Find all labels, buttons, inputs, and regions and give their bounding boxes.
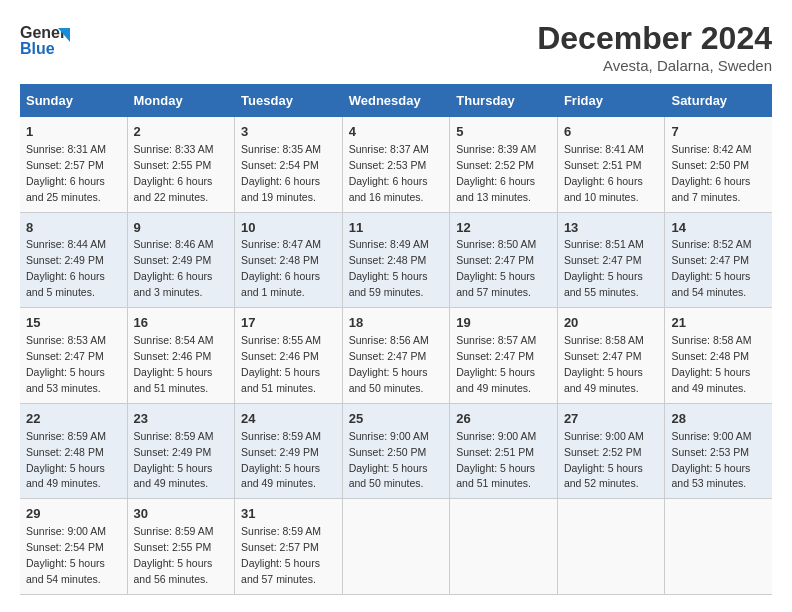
day-number: 18: [349, 314, 444, 333]
calendar-cell: 26Sunrise: 9:00 AM Sunset: 2:51 PM Dayli…: [450, 403, 558, 499]
day-number: 19: [456, 314, 551, 333]
column-header-monday: Monday: [127, 85, 235, 117]
day-info: Sunrise: 8:44 AM Sunset: 2:49 PM Dayligh…: [26, 238, 106, 298]
column-header-friday: Friday: [557, 85, 665, 117]
day-info: Sunrise: 8:52 AM Sunset: 2:47 PM Dayligh…: [671, 238, 751, 298]
day-number: 12: [456, 219, 551, 238]
day-info: Sunrise: 9:00 AM Sunset: 2:51 PM Dayligh…: [456, 430, 536, 490]
calendar-subtitle: Avesta, Dalarna, Sweden: [537, 57, 772, 74]
day-info: Sunrise: 9:00 AM Sunset: 2:52 PM Dayligh…: [564, 430, 644, 490]
column-header-wednesday: Wednesday: [342, 85, 450, 117]
calendar-cell: 11Sunrise: 8:49 AM Sunset: 2:48 PM Dayli…: [342, 212, 450, 308]
day-info: Sunrise: 8:59 AM Sunset: 2:49 PM Dayligh…: [241, 430, 321, 490]
calendar-cell: [342, 499, 450, 595]
calendar-cell: [665, 499, 772, 595]
day-info: Sunrise: 8:57 AM Sunset: 2:47 PM Dayligh…: [456, 334, 536, 394]
day-number: 5: [456, 123, 551, 142]
calendar-cell: 4Sunrise: 8:37 AM Sunset: 2:53 PM Daylig…: [342, 117, 450, 213]
day-info: Sunrise: 8:59 AM Sunset: 2:55 PM Dayligh…: [134, 525, 214, 585]
day-info: Sunrise: 8:55 AM Sunset: 2:46 PM Dayligh…: [241, 334, 321, 394]
day-number: 20: [564, 314, 659, 333]
calendar-cell: 8Sunrise: 8:44 AM Sunset: 2:49 PM Daylig…: [20, 212, 127, 308]
day-info: Sunrise: 8:33 AM Sunset: 2:55 PM Dayligh…: [134, 143, 214, 203]
day-number: 15: [26, 314, 121, 333]
calendar-title-area: December 2024 Avesta, Dalarna, Sweden: [537, 20, 772, 74]
calendar-cell: 6Sunrise: 8:41 AM Sunset: 2:51 PM Daylig…: [557, 117, 665, 213]
column-header-sunday: Sunday: [20, 85, 127, 117]
day-number: 4: [349, 123, 444, 142]
calendar-cell: 22Sunrise: 8:59 AM Sunset: 2:48 PM Dayli…: [20, 403, 127, 499]
calendar-cell: 16Sunrise: 8:54 AM Sunset: 2:46 PM Dayli…: [127, 308, 235, 404]
day-number: 23: [134, 410, 229, 429]
calendar-header-row: SundayMondayTuesdayWednesdayThursdayFrid…: [20, 85, 772, 117]
day-info: Sunrise: 8:41 AM Sunset: 2:51 PM Dayligh…: [564, 143, 644, 203]
calendar-cell: 18Sunrise: 8:56 AM Sunset: 2:47 PM Dayli…: [342, 308, 450, 404]
day-number: 30: [134, 505, 229, 524]
day-number: 21: [671, 314, 766, 333]
day-info: Sunrise: 8:31 AM Sunset: 2:57 PM Dayligh…: [26, 143, 106, 203]
day-info: Sunrise: 8:59 AM Sunset: 2:57 PM Dayligh…: [241, 525, 321, 585]
day-number: 29: [26, 505, 121, 524]
calendar-cell: 29Sunrise: 9:00 AM Sunset: 2:54 PM Dayli…: [20, 499, 127, 595]
calendar-cell: 3Sunrise: 8:35 AM Sunset: 2:54 PM Daylig…: [235, 117, 343, 213]
calendar-cell: 25Sunrise: 9:00 AM Sunset: 2:50 PM Dayli…: [342, 403, 450, 499]
calendar-cell: 15Sunrise: 8:53 AM Sunset: 2:47 PM Dayli…: [20, 308, 127, 404]
calendar-cell: 7Sunrise: 8:42 AM Sunset: 2:50 PM Daylig…: [665, 117, 772, 213]
day-number: 13: [564, 219, 659, 238]
day-info: Sunrise: 8:46 AM Sunset: 2:49 PM Dayligh…: [134, 238, 214, 298]
calendar-cell: [557, 499, 665, 595]
day-info: Sunrise: 8:37 AM Sunset: 2:53 PM Dayligh…: [349, 143, 429, 203]
calendar-cell: 21Sunrise: 8:58 AM Sunset: 2:48 PM Dayli…: [665, 308, 772, 404]
day-number: 6: [564, 123, 659, 142]
column-header-thursday: Thursday: [450, 85, 558, 117]
day-number: 3: [241, 123, 336, 142]
calendar-cell: 9Sunrise: 8:46 AM Sunset: 2:49 PM Daylig…: [127, 212, 235, 308]
calendar-table: SundayMondayTuesdayWednesdayThursdayFrid…: [20, 84, 772, 595]
day-number: 16: [134, 314, 229, 333]
day-number: 26: [456, 410, 551, 429]
day-number: 28: [671, 410, 766, 429]
day-info: Sunrise: 8:54 AM Sunset: 2:46 PM Dayligh…: [134, 334, 214, 394]
column-header-saturday: Saturday: [665, 85, 772, 117]
day-number: 17: [241, 314, 336, 333]
calendar-cell: 19Sunrise: 8:57 AM Sunset: 2:47 PM Dayli…: [450, 308, 558, 404]
calendar-week-row: 15Sunrise: 8:53 AM Sunset: 2:47 PM Dayli…: [20, 308, 772, 404]
calendar-cell: 31Sunrise: 8:59 AM Sunset: 2:57 PM Dayli…: [235, 499, 343, 595]
day-number: 24: [241, 410, 336, 429]
day-info: Sunrise: 8:59 AM Sunset: 2:49 PM Dayligh…: [134, 430, 214, 490]
day-info: Sunrise: 8:53 AM Sunset: 2:47 PM Dayligh…: [26, 334, 106, 394]
calendar-title: December 2024: [537, 20, 772, 57]
calendar-cell: [450, 499, 558, 595]
day-info: Sunrise: 8:59 AM Sunset: 2:48 PM Dayligh…: [26, 430, 106, 490]
day-number: 31: [241, 505, 336, 524]
calendar-cell: 13Sunrise: 8:51 AM Sunset: 2:47 PM Dayli…: [557, 212, 665, 308]
calendar-cell: 24Sunrise: 8:59 AM Sunset: 2:49 PM Dayli…: [235, 403, 343, 499]
day-info: Sunrise: 8:58 AM Sunset: 2:48 PM Dayligh…: [671, 334, 751, 394]
day-info: Sunrise: 8:51 AM Sunset: 2:47 PM Dayligh…: [564, 238, 644, 298]
day-info: Sunrise: 9:00 AM Sunset: 2:53 PM Dayligh…: [671, 430, 751, 490]
day-number: 27: [564, 410, 659, 429]
calendar-cell: 2Sunrise: 8:33 AM Sunset: 2:55 PM Daylig…: [127, 117, 235, 213]
day-number: 7: [671, 123, 766, 142]
day-number: 25: [349, 410, 444, 429]
day-info: Sunrise: 8:47 AM Sunset: 2:48 PM Dayligh…: [241, 238, 321, 298]
column-header-tuesday: Tuesday: [235, 85, 343, 117]
day-info: Sunrise: 9:00 AM Sunset: 2:50 PM Dayligh…: [349, 430, 429, 490]
day-number: 1: [26, 123, 121, 142]
calendar-week-row: 22Sunrise: 8:59 AM Sunset: 2:48 PM Dayli…: [20, 403, 772, 499]
calendar-cell: 17Sunrise: 8:55 AM Sunset: 2:46 PM Dayli…: [235, 308, 343, 404]
calendar-week-row: 8Sunrise: 8:44 AM Sunset: 2:49 PM Daylig…: [20, 212, 772, 308]
calendar-cell: 27Sunrise: 9:00 AM Sunset: 2:52 PM Dayli…: [557, 403, 665, 499]
logo-icon: General Blue: [20, 20, 70, 65]
calendar-week-row: 1Sunrise: 8:31 AM Sunset: 2:57 PM Daylig…: [20, 117, 772, 213]
day-info: Sunrise: 8:50 AM Sunset: 2:47 PM Dayligh…: [456, 238, 536, 298]
calendar-cell: 10Sunrise: 8:47 AM Sunset: 2:48 PM Dayli…: [235, 212, 343, 308]
calendar-week-row: 29Sunrise: 9:00 AM Sunset: 2:54 PM Dayli…: [20, 499, 772, 595]
calendar-cell: 28Sunrise: 9:00 AM Sunset: 2:53 PM Dayli…: [665, 403, 772, 499]
day-number: 2: [134, 123, 229, 142]
day-info: Sunrise: 8:58 AM Sunset: 2:47 PM Dayligh…: [564, 334, 644, 394]
day-number: 9: [134, 219, 229, 238]
calendar-cell: 23Sunrise: 8:59 AM Sunset: 2:49 PM Dayli…: [127, 403, 235, 499]
day-number: 22: [26, 410, 121, 429]
day-info: Sunrise: 8:35 AM Sunset: 2:54 PM Dayligh…: [241, 143, 321, 203]
